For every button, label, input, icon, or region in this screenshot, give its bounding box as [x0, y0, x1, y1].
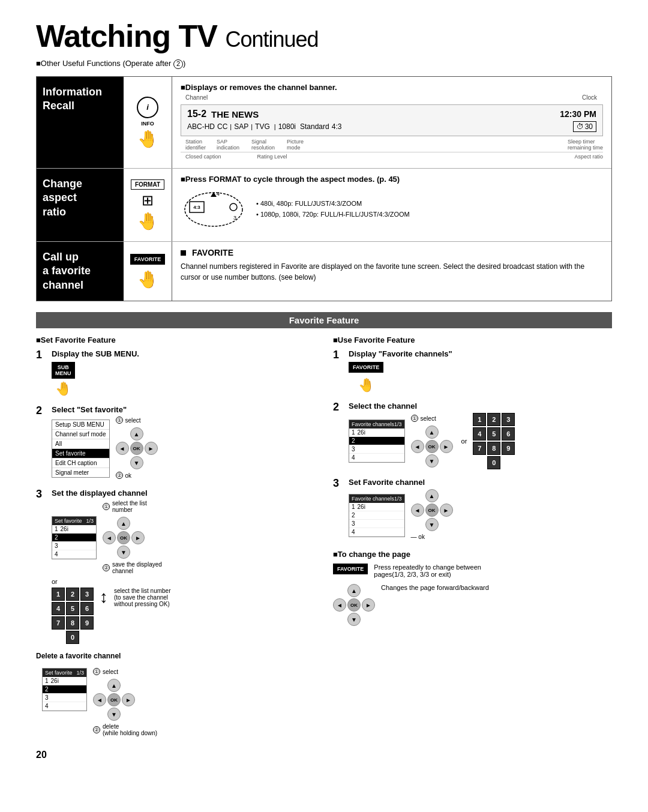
set-step2: 2 Select "Set favorite" Setup SUB MENU C… [36, 405, 315, 480]
hand-icon-fav-use: 🤚 [358, 377, 374, 393]
change-page-section: ■To change the page FAVORITE Press repea… [333, 550, 612, 626]
fav-section-title: FAVORITE [192, 248, 233, 257]
format-button-label: FORMAT [131, 179, 164, 190]
dpad-step2[interactable]: ▲ ◄ OK ► ▼ [116, 427, 158, 469]
favorite-row: Call upa favoritechannel FAVORITE 🤚 FAVO… [37, 242, 611, 301]
title-continued: Continued [225, 27, 318, 52]
forward-backward-desc: Changes the page forward/backward [381, 584, 489, 591]
set-fav-list: Set favorite 1/3 126i 2 3 4 [52, 516, 97, 559]
svg-text:4:3: 4:3 [193, 205, 200, 210]
fav-description: Channel numbers registered in Favorite a… [181, 261, 603, 283]
use-step3-list: Favorite channels 1/3 126i 2 3 4 [349, 494, 405, 537]
use-fav-list: Favorite channels 1/3 126i 2 3 4 [349, 420, 405, 463]
hand-icon-submenu: 🤚 [55, 381, 71, 397]
dpad-del[interactable]: ▲ ◄ OK ► ▼ [93, 679, 157, 721]
step3-dpad-annot: ① select the listnumber ▲ ◄ OK ► [103, 500, 162, 576]
num-grid-use[interactable]: 1 2 3 4 5 6 7 8 9 0 [473, 413, 515, 469]
information-label: InformationRecall [37, 77, 124, 168]
del-dpad-annot: ① select ▲ ◄ OK ► ▼ [93, 668, 157, 738]
svg-marker-4 [211, 192, 217, 197]
information-row: InformationRecall i INFO 🤚 ■Displays or … [37, 77, 611, 169]
tvg-text: TVG [255, 122, 270, 131]
aspect-ratio-row: Changeaspectratio FORMAT ⊞ 🤚 ■Press FORM… [37, 169, 611, 242]
or-num-label: or [461, 438, 467, 445]
info-button-icon: i [137, 97, 158, 118]
bullet-fav [181, 250, 186, 256]
fav-button-change-page: FAVORITE [333, 564, 368, 574]
menu-item-channelsurf: Channel surf mode [52, 430, 109, 439]
favorite-feature-section: Favorite Feature ■Set Favorite Feature 1… [36, 312, 612, 738]
use-step2: 2 Select the channel Favorite channels 1… [333, 401, 612, 469]
hand-icon: 🤚 [137, 129, 158, 149]
aspect-label: Changeaspectratio [37, 169, 124, 241]
menu-item-signal: Signal meter [52, 468, 109, 477]
use-fav-heading: ■Use Favorite Feature [333, 335, 612, 344]
set-fav-heading: ■Set Favorite Feature [36, 335, 315, 344]
sub-menu-button: SUBMENU [52, 362, 75, 379]
format-icon: ⊞ [142, 192, 154, 209]
cc-text: CC [217, 122, 227, 131]
dpad-step3[interactable]: ▲ ◄ OK ► ▼ [103, 517, 162, 559]
channel-label: Channel [185, 94, 208, 101]
cycle-diagram: 4:3 4 3 [181, 188, 247, 230]
clock-label: Clock [582, 94, 603, 101]
dpad-use-step3[interactable]: ▲ ◄ OK ► ▼ [411, 489, 453, 531]
svg-text:4: 4 [217, 191, 220, 197]
step2-dpad-annot: ① select ▲ ◄ OK ► [116, 417, 158, 480]
sleep-note: Sleep timerremaining time [568, 139, 603, 151]
favorite-icon-col: FAVORITE 🤚 [124, 242, 172, 301]
fav-button-use: FAVORITE [349, 362, 383, 373]
page-title: Watching TV Continued [36, 18, 612, 54]
set-step3: 3 Set the displayed channel Set favorite… [36, 489, 315, 644]
sap-note: SAPindication [217, 139, 239, 151]
subtitle: ■Other Useful Functions (Operate after 2… [36, 59, 612, 69]
use-step1: 1 Display "Favorite channels" FAVORITE 🤚 [333, 349, 612, 393]
channel-num: 15-2 [187, 109, 206, 119]
updown-arrow: ↕ [100, 588, 108, 607]
delete-step: Delete a favorite channel [36, 652, 315, 660]
aspect-note: Aspect ratio [574, 154, 603, 160]
use-favorite-col: ■Use Favorite Feature 1 Display "Favorit… [333, 335, 612, 738]
del-fav-list: Set favorite 1/3 126i 2 3 4 [42, 668, 87, 711]
hand-icon-fav: 🤚 [137, 269, 158, 289]
info-banner: 15-2 THE NEWS 12:30 PM ABC-HD CC | SAP |… [181, 104, 603, 136]
use-step2-annot: ① select ▲ ◄ OK ► ▼ [411, 415, 453, 468]
favorite-content: FAVORITE Channel numbers registered in F… [172, 242, 611, 301]
information-icon-col: i INFO 🤚 [124, 77, 172, 168]
channel-name: THE NEWS [211, 109, 555, 119]
change-page-heading: ■To change the page [333, 550, 612, 559]
num-grid-set[interactable]: 1 2 3 4 5 6 7 8 9 0 [52, 588, 94, 644]
main-feature-box: InformationRecall i INFO 🤚 ■Displays or … [36, 76, 612, 301]
dpad-use-step2[interactable]: ▲ ◄ OK ► ▼ [411, 426, 453, 468]
sleep-display: ⏱ 30 [573, 121, 596, 132]
cc-note: Closed caption [185, 154, 221, 160]
favorite-button-icon: FAVORITE [130, 254, 165, 265]
set-step1: 1 Display the SUB MENU. SUBMENU 🤚 [36, 349, 315, 397]
change-page-desc: Press repeatedly to change between pages… [374, 564, 494, 578]
svg-text:3: 3 [233, 215, 236, 221]
aspect-notes: • 480i, 480p: FULL/JUST/4:3/ZOOM • 1080p… [256, 199, 410, 220]
station-note: Stationidentifier [185, 139, 206, 151]
sap-text: SAP [234, 122, 248, 131]
picture-text: Standard [300, 122, 329, 131]
use-step3-annot: ▲ ◄ OK ► ▼ — ok [411, 489, 453, 541]
aspect-content: ■Press FORMAT to cycle through the aspec… [172, 169, 611, 241]
menu-item-setfav: Set favorite [52, 449, 109, 459]
menu-item-all: All [52, 439, 109, 449]
num-annot: select the list number(to save the chann… [114, 588, 171, 607]
network-badge: ABC-HD [187, 122, 215, 131]
resolution-text: 1080i [278, 122, 296, 131]
menu-item-setup: Setup SUB MENU [52, 420, 109, 430]
circle-2: 2 [173, 59, 183, 69]
aspect-section-title: ■Press FORMAT to cycle through the aspec… [181, 175, 603, 184]
time-display: 12:30 PM [560, 109, 596, 119]
signal-note: Signalresolution [251, 139, 275, 151]
menu-item-editcaption: Edit CH caption [52, 459, 109, 468]
rating-note: Rating Level [257, 154, 287, 160]
info-section-title: ■Displays or removes the channel banner. [181, 83, 603, 92]
set-favorite-col: ■Set Favorite Feature 1 Display the SUB … [36, 335, 315, 738]
info-label: INFO [141, 121, 154, 127]
svg-point-3 [230, 203, 237, 211]
use-step3: 3 Set Favorite channel Favorite channels… [333, 478, 612, 541]
dpad-change-page[interactable]: ▲ ◄ OK ► ▼ [333, 584, 375, 626]
